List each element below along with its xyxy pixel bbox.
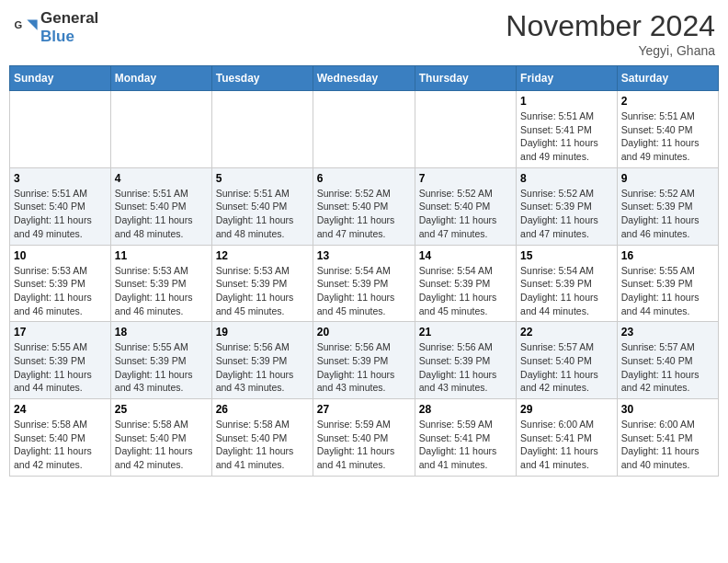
day-number: 29	[520, 403, 613, 416]
logo-blue: Blue	[40, 28, 74, 45]
day-number: 24	[14, 403, 107, 416]
calendar-cell: 7Sunrise: 5:52 AMSunset: 5:40 PMDaylight…	[415, 167, 516, 245]
day-info: Sunrise: 5:53 AMSunset: 5:39 PMDaylight:…	[14, 264, 107, 318]
location: Yegyi, Ghana	[506, 43, 715, 58]
calendar-header-row: SundayMondayTuesdayWednesdayThursdayFrid…	[10, 66, 719, 91]
calendar-cell: 27Sunrise: 5:59 AMSunset: 5:40 PMDayligh…	[313, 399, 415, 477]
calendar-cell: 16Sunrise: 5:55 AMSunset: 5:39 PMDayligh…	[617, 245, 718, 322]
day-info: Sunrise: 5:59 AMSunset: 5:40 PMDaylight:…	[317, 418, 411, 472]
day-info: Sunrise: 5:51 AMSunset: 5:40 PMDaylight:…	[621, 109, 714, 164]
day-number: 17	[14, 326, 107, 339]
weekday-header: Thursday	[415, 66, 516, 91]
calendar-cell: 17Sunrise: 5:55 AMSunset: 5:39 PMDayligh…	[10, 322, 111, 399]
day-info: Sunrise: 5:59 AMSunset: 5:41 PMDaylight:…	[419, 418, 512, 472]
calendar-cell: 13Sunrise: 5:54 AMSunset: 5:39 PMDayligh…	[313, 245, 415, 322]
day-number: 20	[317, 326, 411, 339]
calendar-week-row: 17Sunrise: 5:55 AMSunset: 5:39 PMDayligh…	[10, 322, 719, 399]
calendar-cell: 26Sunrise: 5:58 AMSunset: 5:40 PMDayligh…	[211, 399, 313, 477]
calendar-cell: 14Sunrise: 5:54 AMSunset: 5:39 PMDayligh…	[415, 245, 516, 322]
calendar-cell	[415, 91, 516, 168]
day-info: Sunrise: 5:58 AMSunset: 5:40 PMDaylight:…	[115, 418, 208, 472]
calendar-cell: 20Sunrise: 5:56 AMSunset: 5:39 PMDayligh…	[313, 322, 415, 399]
calendar-table: SundayMondayTuesdayWednesdayThursdayFrid…	[9, 65, 719, 477]
calendar-cell: 5Sunrise: 5:51 AMSunset: 5:40 PMDaylight…	[211, 167, 313, 245]
weekday-header: Saturday	[617, 66, 718, 91]
calendar-cell: 12Sunrise: 5:53 AMSunset: 5:39 PMDayligh…	[211, 245, 313, 322]
calendar-cell	[110, 91, 211, 168]
day-info: Sunrise: 5:55 AMSunset: 5:39 PMDaylight:…	[621, 264, 714, 318]
day-info: Sunrise: 5:52 AMSunset: 5:39 PMDaylight:…	[621, 187, 714, 241]
title-area: November 2024 Yegyi, Ghana	[506, 9, 715, 58]
day-info: Sunrise: 5:51 AMSunset: 5:40 PMDaylight:…	[216, 187, 309, 241]
weekday-header: Tuesday	[211, 66, 313, 91]
logo-icon: G	[13, 15, 39, 40]
calendar-cell: 25Sunrise: 5:58 AMSunset: 5:40 PMDayligh…	[110, 399, 211, 477]
day-number: 2	[621, 95, 714, 108]
day-info: Sunrise: 5:51 AMSunset: 5:41 PMDaylight:…	[520, 109, 613, 164]
calendar-cell: 21Sunrise: 5:56 AMSunset: 5:39 PMDayligh…	[415, 322, 516, 399]
day-number: 16	[621, 249, 714, 262]
day-info: Sunrise: 5:54 AMSunset: 5:39 PMDaylight:…	[520, 264, 613, 318]
day-number: 28	[419, 403, 512, 416]
calendar-cell: 28Sunrise: 5:59 AMSunset: 5:41 PMDayligh…	[415, 399, 516, 477]
calendar-week-row: 3Sunrise: 5:51 AMSunset: 5:40 PMDaylight…	[10, 167, 719, 245]
day-info: Sunrise: 5:52 AMSunset: 5:40 PMDaylight:…	[419, 187, 512, 241]
day-number: 5	[216, 172, 309, 185]
calendar-cell: 23Sunrise: 5:57 AMSunset: 5:40 PMDayligh…	[617, 322, 718, 399]
calendar-cell: 24Sunrise: 5:58 AMSunset: 5:40 PMDayligh…	[10, 399, 111, 477]
logo: G General Blue	[13, 9, 98, 46]
day-info: Sunrise: 5:53 AMSunset: 5:39 PMDaylight:…	[115, 264, 208, 318]
calendar-cell: 4Sunrise: 5:51 AMSunset: 5:40 PMDaylight…	[110, 167, 211, 245]
calendar-cell: 19Sunrise: 5:56 AMSunset: 5:39 PMDayligh…	[211, 322, 313, 399]
day-number: 1	[520, 95, 613, 108]
day-info: Sunrise: 5:56 AMSunset: 5:39 PMDaylight:…	[216, 340, 309, 395]
month-title: November 2024	[506, 9, 715, 43]
weekday-header: Friday	[517, 66, 618, 91]
weekday-header: Monday	[110, 66, 211, 91]
calendar-cell	[211, 91, 313, 168]
calendar-cell: 1Sunrise: 5:51 AMSunset: 5:41 PMDaylight…	[517, 91, 618, 168]
calendar-cell	[313, 91, 415, 168]
day-number: 22	[520, 326, 613, 339]
day-number: 19	[216, 326, 309, 339]
day-number: 6	[317, 172, 411, 185]
page-header: G General Blue November 2024 Yegyi, Ghan…	[9, 9, 719, 58]
svg-marker-1	[27, 20, 37, 30]
weekday-header: Sunday	[10, 66, 111, 91]
day-number: 25	[115, 403, 208, 416]
calendar-cell: 22Sunrise: 5:57 AMSunset: 5:40 PMDayligh…	[517, 322, 618, 399]
day-info: Sunrise: 5:57 AMSunset: 5:40 PMDaylight:…	[520, 340, 613, 395]
day-number: 13	[317, 249, 411, 262]
day-number: 3	[14, 172, 107, 185]
day-info: Sunrise: 6:00 AMSunset: 5:41 PMDaylight:…	[621, 418, 714, 472]
day-info: Sunrise: 5:51 AMSunset: 5:40 PMDaylight:…	[115, 187, 208, 241]
day-number: 27	[317, 403, 411, 416]
day-info: Sunrise: 5:52 AMSunset: 5:39 PMDaylight:…	[520, 187, 613, 241]
day-info: Sunrise: 5:54 AMSunset: 5:39 PMDaylight:…	[419, 264, 512, 318]
day-number: 11	[115, 249, 208, 262]
calendar-cell: 6Sunrise: 5:52 AMSunset: 5:40 PMDaylight…	[313, 167, 415, 245]
calendar-cell: 3Sunrise: 5:51 AMSunset: 5:40 PMDaylight…	[10, 167, 111, 245]
calendar-cell	[10, 91, 111, 168]
day-info: Sunrise: 5:58 AMSunset: 5:40 PMDaylight:…	[216, 418, 309, 472]
day-number: 18	[115, 326, 208, 339]
day-number: 21	[419, 326, 512, 339]
weekday-header: Wednesday	[313, 66, 415, 91]
day-number: 12	[216, 249, 309, 262]
svg-text:G: G	[14, 19, 22, 30]
day-info: Sunrise: 5:56 AMSunset: 5:39 PMDaylight:…	[419, 340, 512, 395]
day-number: 8	[520, 172, 613, 185]
day-number: 10	[14, 249, 107, 262]
calendar-cell: 18Sunrise: 5:55 AMSunset: 5:39 PMDayligh…	[110, 322, 211, 399]
day-info: Sunrise: 5:55 AMSunset: 5:39 PMDaylight:…	[115, 340, 208, 395]
day-info: Sunrise: 5:52 AMSunset: 5:40 PMDaylight:…	[317, 187, 411, 241]
day-number: 7	[419, 172, 512, 185]
day-number: 9	[621, 172, 714, 185]
day-info: Sunrise: 5:51 AMSunset: 5:40 PMDaylight:…	[14, 187, 107, 241]
day-info: Sunrise: 6:00 AMSunset: 5:41 PMDaylight:…	[520, 418, 613, 472]
day-number: 23	[621, 326, 714, 339]
calendar-cell: 29Sunrise: 6:00 AMSunset: 5:41 PMDayligh…	[517, 399, 618, 477]
day-info: Sunrise: 5:53 AMSunset: 5:39 PMDaylight:…	[216, 264, 309, 318]
calendar-cell: 10Sunrise: 5:53 AMSunset: 5:39 PMDayligh…	[10, 245, 111, 322]
day-number: 26	[216, 403, 309, 416]
